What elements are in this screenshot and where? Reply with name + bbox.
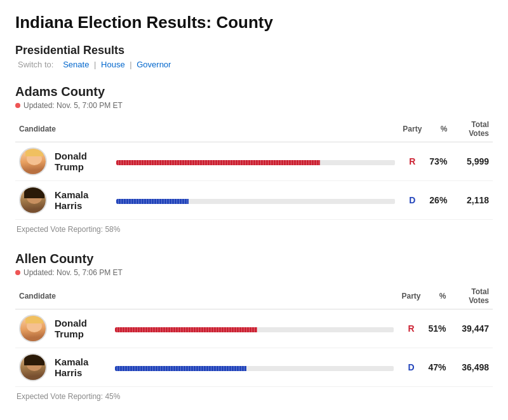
switch-governor[interactable]: Governor [137,60,171,69]
pct-cell-harris-adams: 26% [425,181,451,220]
bar-cell-trump-allen [111,309,398,348]
divider: | [130,60,134,69]
avatar-trump [19,315,47,342]
col-party: Party [398,285,424,309]
results-table-allen: Candidate Party % Total Votes Donald Tru… [15,285,493,387]
bar-fill-trump-allen [115,327,257,332]
bar-wrapper [115,327,394,332]
bar-cell-trump-adams [112,142,399,181]
updated-row-allen: Updated: Nov. 5, 7:06 PM ET [15,268,493,277]
candidate-cell-harris-allen: Kamala Harris [15,348,111,387]
col-percent: % [425,285,450,309]
section-title: Presidential Results [15,44,493,57]
switch-row: Switch to: Senate | House | Governor [15,60,493,69]
col-party: Party [399,118,425,142]
avatar-trump [19,147,47,175]
col-bar [111,285,398,309]
avatar-harris [19,353,47,381]
bar-cell-harris-allen [111,348,398,387]
votes-cell-trump-adams: 5,999 [451,142,493,181]
bar-cell-harris-adams [112,181,399,220]
candidate-name: Kamala Harris [55,356,107,378]
status-dot [15,270,20,275]
page-title: Indiana Election Results: County [15,13,493,32]
candidate-name: Donald Trump [55,151,109,172]
switch-label: Switch to: [18,60,53,69]
bar-wrapper [116,199,395,204]
col-bar [112,118,399,142]
votes-cell-trump-allen: 39,447 [450,309,493,348]
party-cell-harris-allen: D [398,348,424,387]
table-row: Donald Trump R 73% 5,999 [15,142,493,181]
updated-text-allen: Updated: Nov. 5, 7:06 PM ET [23,268,123,277]
col-candidate: Candidate [15,285,111,309]
avatar-harris [19,186,47,214]
votes-cell-harris-adams: 2,118 [451,181,493,220]
county-title-allen: Allen County [15,252,493,266]
party-cell-trump-allen: R [398,309,424,348]
table-row: Kamala Harris D 47% 36,498 [15,348,493,387]
col-votes: Total Votes [450,285,493,309]
bar-fill-harris-adams [116,199,189,204]
county-adams: Adams County Updated: Nov. 5, 7:00 PM ET… [15,85,493,234]
candidate-name: Kamala Harris [55,189,109,211]
candidate-cell-trump-allen: Donald Trump [15,309,111,348]
status-dot [15,103,20,108]
col-candidate: Candidate [15,118,112,142]
bar-wrapper [116,160,395,165]
updated-row-adams: Updated: Nov. 5, 7:00 PM ET [15,101,493,110]
candidate-cell-trump-adams: Donald Trump [15,142,112,181]
divider: | [94,60,98,69]
col-percent: % [425,118,451,142]
bar-fill-trump-adams [116,160,320,165]
updated-text-adams: Updated: Nov. 5, 7:00 PM ET [23,101,123,110]
candidate-name: Donald Trump [55,318,107,339]
expected-vote-adams: Expected Vote Reporting: 58% [15,225,493,234]
party-cell-harris-adams: D [399,181,425,220]
county-allen: Allen County Updated: Nov. 5, 7:06 PM ET… [15,252,493,401]
pct-cell-trump-allen: 51% [425,309,450,348]
table-row: Donald Trump R 51% 39,447 [15,309,493,348]
party-cell-trump-adams: R [399,142,425,181]
switch-senate[interactable]: Senate [63,60,89,69]
switch-house[interactable]: House [101,60,125,69]
pct-cell-harris-allen: 47% [425,348,450,387]
votes-cell-harris-allen: 36,498 [450,348,493,387]
results-table-adams: Candidate Party % Total Votes Donald Tru… [15,118,493,220]
table-row: Kamala Harris D 26% 2,118 [15,181,493,220]
col-votes: Total Votes [451,118,493,142]
bar-fill-harris-allen [115,366,246,371]
county-title-adams: Adams County [15,85,493,99]
candidate-cell-harris-adams: Kamala Harris [15,181,112,220]
expected-vote-allen: Expected Vote Reporting: 45% [15,392,493,401]
pct-cell-trump-adams: 73% [425,142,451,181]
bar-wrapper [115,366,394,371]
